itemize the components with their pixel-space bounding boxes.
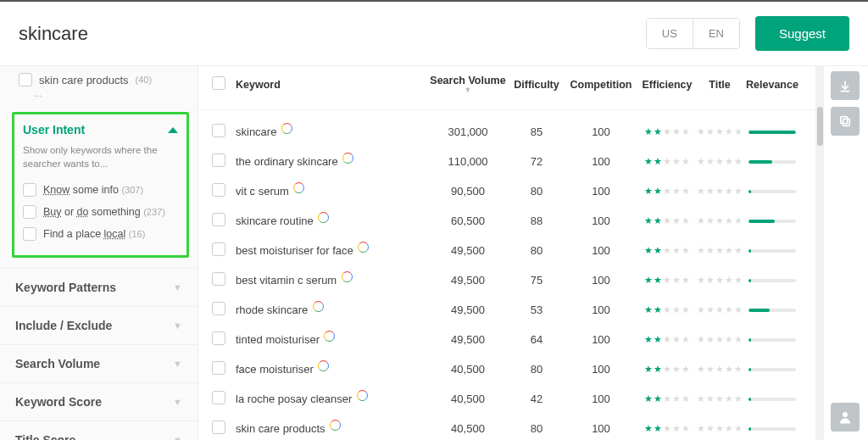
row-checkbox[interactable] — [212, 153, 225, 167]
table-row[interactable]: vit c serum90,50080100★★★★★★★★★★ — [198, 176, 815, 206]
col-relevance[interactable]: Relevance — [743, 79, 802, 91]
copy-button[interactable] — [831, 107, 860, 136]
select-all-checkbox[interactable] — [212, 76, 225, 90]
filter-section[interactable]: Include / Exclude▼ — [0, 306, 198, 344]
search-volume-cell: 301,000 — [427, 125, 509, 138]
chevron-down-icon: ▼ — [173, 397, 182, 407]
seed-keyword-label: skin care products — [39, 74, 129, 86]
table-row[interactable]: tinted moisturiser49,50064100★★★★★★★★★★ — [198, 325, 815, 354]
google-icon — [294, 183, 304, 193]
row-checkbox[interactable] — [212, 421, 225, 434]
difficulty-cell: 80 — [509, 185, 565, 198]
chevron-down-icon: ▼ — [173, 359, 182, 369]
efficiency-cell: ★★★★★ — [637, 364, 697, 375]
keyword-text: best moisturiser for face — [236, 244, 353, 257]
user-intent-header[interactable]: User Intent — [23, 123, 178, 136]
checkbox[interactable] — [23, 205, 36, 219]
row-checkbox[interactable] — [212, 272, 225, 286]
row-checkbox[interactable] — [212, 213, 225, 226]
col-title[interactable]: Title — [697, 79, 743, 91]
keyword-text: rhode skincare — [236, 304, 308, 316]
user-icon — [837, 409, 853, 425]
scrollbar[interactable] — [815, 66, 824, 440]
search-volume-cell: 90,500 — [427, 185, 509, 198]
filter-section[interactable]: Title Score▼ — [0, 421, 198, 440]
row-checkbox[interactable] — [212, 242, 225, 256]
right-gutter — [824, 66, 868, 440]
intent-option[interactable]: Buy or do something (237) — [23, 201, 178, 223]
title-cell: ★★★★★ — [697, 393, 743, 404]
table-row[interactable]: face moisturiser40,50080100★★★★★★★★★★ — [198, 354, 815, 384]
filter-section[interactable]: Keyword Patterns▼ — [0, 268, 198, 306]
difficulty-cell: 53 — [509, 304, 565, 316]
col-efficiency[interactable]: Efficiency — [637, 79, 697, 91]
row-checkbox[interactable] — [212, 361, 225, 375]
row-checkbox[interactable] — [212, 391, 225, 404]
keyword-text: skin care products — [236, 422, 326, 435]
filter-section[interactable]: Search Volume▼ — [0, 344, 198, 382]
table-row[interactable]: skincare301,00085100★★★★★★★★★★ — [198, 117, 815, 147]
seed-keyword-count: (40) — [136, 75, 153, 85]
col-keyword[interactable]: Keyword — [231, 79, 427, 91]
row-checkbox[interactable] — [212, 124, 225, 137]
google-icon — [313, 302, 323, 312]
col-search-volume[interactable]: Search Volume ▼ — [427, 75, 509, 94]
filters-sidebar: skin care products (40) ... User Intent … — [0, 66, 198, 440]
intent-option[interactable]: Find a place local (16) — [23, 223, 178, 245]
google-icon — [357, 391, 367, 401]
seed-keyword-row[interactable]: skin care products (40) — [0, 66, 198, 88]
row-checkbox[interactable] — [212, 302, 225, 315]
collapse-up-icon — [168, 127, 178, 133]
intent-option[interactable]: Know some info (307) — [23, 179, 178, 201]
user-button[interactable] — [831, 403, 860, 432]
google-icon — [319, 213, 329, 223]
table-row[interactable]: la roche posay cleanser40,50042100★★★★★★… — [198, 384, 815, 414]
keyword-text: la roche posay cleanser — [236, 393, 352, 405]
row-checkbox[interactable] — [212, 331, 225, 345]
checkbox[interactable] — [23, 227, 36, 241]
keyword-text: skincare — [236, 125, 276, 138]
keyword-text: skincare routine — [236, 214, 314, 227]
relevance-cell — [743, 279, 802, 282]
google-icon — [343, 153, 353, 164]
competition-cell: 100 — [565, 363, 637, 376]
relevance-cell — [743, 160, 802, 164]
country-button[interactable]: US — [647, 19, 693, 48]
competition-cell: 100 — [565, 244, 637, 257]
search-volume-cell: 49,500 — [427, 244, 509, 257]
google-icon — [281, 124, 292, 134]
filter-section[interactable]: Keyword Score▼ — [0, 382, 198, 421]
chevron-down-icon: ▼ — [173, 320, 182, 331]
row-checkbox[interactable] — [212, 183, 225, 197]
checkbox[interactable] — [23, 183, 36, 197]
difficulty-cell: 85 — [509, 125, 565, 138]
chevron-down-icon: ▼ — [173, 435, 182, 440]
relevance-cell — [743, 190, 802, 193]
title-cell: ★★★★★ — [697, 423, 743, 434]
scrollbar-thumb[interactable] — [817, 107, 823, 146]
export-button[interactable] — [831, 71, 860, 100]
svg-point-2 — [843, 412, 848, 417]
table-row[interactable]: best vitamin c serum49,50075100★★★★★★★★★… — [198, 265, 815, 295]
table-header: Keyword Search Volume ▼ Difficulty Compe… — [198, 66, 815, 110]
relevance-cell — [743, 309, 802, 312]
suggest-button[interactable]: Suggest — [755, 16, 849, 51]
efficiency-cell: ★★★★★ — [637, 245, 697, 256]
keyword-text: the ordinary skincare — [236, 155, 338, 168]
col-difficulty[interactable]: Difficulty — [509, 79, 565, 91]
title-cell: ★★★★★ — [697, 215, 743, 226]
search-input[interactable] — [19, 23, 646, 45]
competition-cell: 100 — [565, 214, 637, 227]
table-row[interactable]: rhode skincare49,50053100★★★★★★★★★★ — [198, 295, 815, 325]
difficulty-cell: 64 — [509, 333, 565, 346]
user-intent-panel: User Intent Show only keywords where the… — [12, 112, 189, 258]
table-row[interactable]: the ordinary skincare110,00072100★★★★★★★… — [198, 147, 815, 176]
efficiency-cell: ★★★★★ — [637, 334, 697, 345]
table-row[interactable]: skin care products40,50080100★★★★★★★★★★ — [198, 414, 815, 440]
table-row[interactable]: skincare routine60,50088100★★★★★★★★★★ — [198, 206, 815, 236]
language-button[interactable]: EN — [693, 19, 739, 48]
col-competition[interactable]: Competition — [565, 79, 637, 91]
table-row[interactable]: best moisturiser for face49,50080100★★★★… — [198, 236, 815, 265]
checkbox[interactable] — [19, 73, 32, 86]
competition-cell: 100 — [565, 333, 637, 346]
